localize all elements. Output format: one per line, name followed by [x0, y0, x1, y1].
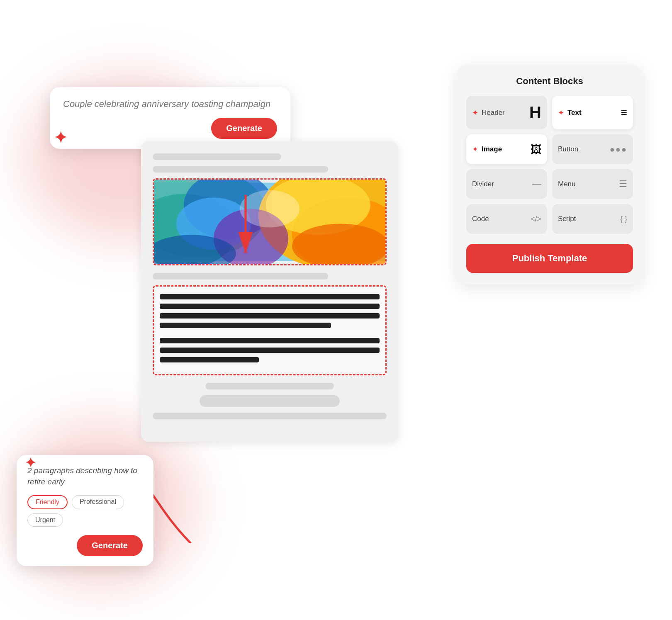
- publish-template-button[interactable]: Publish Template: [466, 244, 633, 273]
- template-preview: [141, 141, 398, 442]
- block-label-image: Image: [482, 145, 502, 153]
- tone-tag-professional[interactable]: Professional: [72, 495, 124, 509]
- svg-point-10: [240, 190, 299, 228]
- content-blocks-panel: Content Blocks ✦ Header H ✦ Text ≡: [456, 64, 643, 284]
- sparkle-icon-text: ✦: [558, 108, 564, 117]
- preview-line-bottom-short: [205, 383, 334, 389]
- preview-line-bottom-full: [153, 413, 387, 419]
- block-item-button[interactable]: Button ●●●: [552, 134, 633, 164]
- text-generate-button[interactable]: Generate: [77, 535, 143, 556]
- block-label-button: Button: [558, 145, 578, 153]
- preview-line-top-medium: [153, 166, 328, 173]
- button-dots-icon: ●●●: [610, 145, 627, 154]
- panel-title: Content Blocks: [466, 76, 633, 87]
- block-item-script[interactable]: Script { }: [552, 204, 633, 234]
- block-label-text: Text: [567, 109, 582, 117]
- preview-footer-line: [200, 395, 340, 407]
- block-item-menu[interactable]: Menu ☰: [552, 169, 633, 199]
- block-label-divider: Divider: [472, 180, 494, 188]
- tone-tag-friendly[interactable]: Friendly: [27, 495, 68, 509]
- block-item-divider[interactable]: Divider —: [466, 169, 547, 199]
- image-icon: 🖼: [531, 143, 541, 156]
- sparkle-icon-header: ✦: [472, 108, 478, 117]
- tone-tag-urgent[interactable]: Urgent: [27, 513, 63, 527]
- image-gen-card: Generate: [50, 87, 290, 149]
- tone-tags-container: Friendly Professional Urgent: [27, 495, 143, 527]
- preview-text-block: [153, 285, 387, 375]
- block-item-image[interactable]: ✦ Image 🖼: [466, 134, 547, 164]
- text-prompt-display: 2 paragraphs describing how to retire ea…: [27, 465, 143, 488]
- preview-line-mid: [153, 273, 328, 280]
- text-line-5: [160, 338, 380, 343]
- block-label-menu: Menu: [558, 180, 576, 188]
- image-generate-button[interactable]: Generate: [211, 118, 277, 139]
- sparkle-icon-image: ✦: [472, 145, 478, 154]
- scene: Generate: [0, 0, 672, 620]
- blocks-grid: ✦ Header H ✦ Text ≡ ✦ Image 🖼: [466, 96, 633, 234]
- code-icon: </>: [531, 215, 541, 224]
- text-line-7: [160, 357, 259, 362]
- preview-line-top-short: [153, 153, 281, 160]
- text-line-1: [160, 294, 380, 299]
- block-item-text[interactable]: ✦ Text ≡: [552, 96, 633, 129]
- text-lines-icon: ≡: [621, 106, 627, 119]
- menu-lines-icon: ☰: [619, 179, 627, 190]
- text-line-3: [160, 313, 380, 319]
- block-item-code[interactable]: Code </>: [466, 204, 547, 234]
- block-label-code: Code: [472, 215, 489, 223]
- text-line-6: [160, 348, 380, 353]
- preview-image-block: [153, 178, 387, 265]
- text-gen-card: 2 paragraphs describing how to retire ea…: [17, 455, 153, 566]
- abstract-art-svg: [154, 180, 385, 264]
- block-item-header[interactable]: ✦ Header H: [466, 96, 547, 129]
- block-label-script: Script: [558, 215, 576, 223]
- divider-line-icon: —: [532, 179, 541, 190]
- header-h-icon: H: [529, 103, 541, 122]
- image-prompt-input[interactable]: [63, 99, 277, 109]
- text-line-4: [160, 323, 331, 328]
- script-icon: { }: [620, 215, 627, 224]
- block-label-header: Header: [482, 109, 505, 117]
- text-line-2: [160, 304, 380, 309]
